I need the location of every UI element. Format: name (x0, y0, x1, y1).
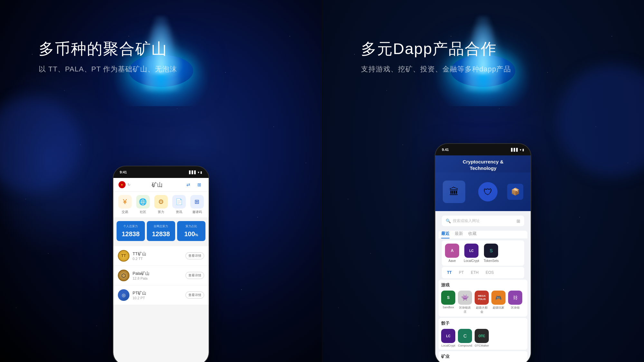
tokensets-icon: S (484, 244, 498, 258)
dapp-header: Cryptocurrency &Technology 🏛 🛡 📦 (435, 155, 531, 211)
right-sub-title: 支持游戏、挖矿、投资、金融等多种dapp产品 (361, 64, 606, 74)
aave-item[interactable]: A Aave (445, 244, 459, 263)
tab-recent[interactable]: 最近 (441, 231, 450, 238)
mining-navbar: ★ ↻ 矿山 ⇄ ⊞ (113, 178, 209, 192)
banner-box: 📦 (507, 184, 523, 200)
pala-mine-item: ⬡ Pala矿山 12.8 Pala 查看详情 (113, 266, 209, 285)
chainlink-label: 区块链 (511, 306, 520, 310)
compound-label: Compound (458, 344, 472, 347)
aave-label: Aave (449, 259, 456, 263)
sandbox-item[interactable]: S Sandbox (441, 291, 455, 314)
dapp-title-bar: Cryptocurrency &Technology (435, 155, 531, 172)
local-crypt-dice-label: LocalCrypt (441, 344, 455, 347)
right-status-bar: 9.41 ▋▋▋ ▾ ▮ (435, 144, 531, 155)
news-label: 资讯 (176, 210, 182, 214)
chainlink-item[interactable]: ⛓ 区块链 (508, 291, 522, 314)
left-main-title: 多币种的聚合矿山 (39, 39, 283, 59)
hashrate-ratio-label: 算力占比 (185, 224, 197, 228)
search-icon: 🔍 (446, 218, 451, 223)
banner-figure: 🏛 (443, 181, 465, 203)
dice-section-wrapper: 骰子 LC LocalCrypt C (435, 317, 531, 350)
trade-label: 交易 (122, 210, 128, 214)
mining-industry-title: 矿业 (441, 354, 525, 359)
chain-tab-eth[interactable]: ETH (469, 269, 480, 276)
signal-icon: ▋▋▋ (189, 171, 197, 174)
tokensets-item[interactable]: S TokenSets (484, 244, 499, 263)
megapolis-item[interactable]: MEGAPOLIS 超级大都会 (475, 291, 489, 314)
right-notch (467, 144, 499, 151)
chain-tab-pt[interactable]: PT (457, 269, 466, 276)
flag-icon: ★ (118, 181, 126, 188)
mining-nav-title: 矿山 (152, 181, 163, 189)
localcrypt-item[interactable]: LC LocalCrypt (464, 244, 479, 263)
pt-mine-info: PT矿山 10.2 PT (133, 290, 185, 300)
tt-details-button[interactable]: 查看详情 (185, 252, 204, 259)
localcrypt-label: LocalCrypt (464, 259, 479, 263)
quick-item-trade[interactable]: ¥ 交易 (118, 195, 132, 214)
left-time: 9:41 (120, 170, 127, 174)
community-icon: 🌐 (136, 195, 150, 209)
compound-icon: C (458, 329, 472, 343)
right-phone: 9.41 ▋▋▋ ▾ ▮ Cryptocurrency &Technology … (435, 143, 531, 362)
r-battery-icon: ▮ (522, 148, 524, 152)
sandbox-icon: S (441, 291, 455, 305)
refresh-icon[interactable]: ↻ (128, 183, 130, 187)
banner-shield: 🛡 (478, 182, 497, 201)
transfer-icon[interactable]: ⇄ (184, 181, 193, 189)
dapp-screen: Cryptocurrency &Technology 🏛 🛡 📦 🔍 搜索或 (435, 155, 531, 362)
news-icon: 📄 (172, 195, 186, 209)
games-section-wrapper: 游戏 S Sandbox 👾 (435, 278, 531, 317)
chain-tabs-wrapper: TT PT ETH EOS (435, 267, 531, 278)
hashrate-icon: ⚙ (154, 195, 168, 209)
main-tabs: 最近 最新 收藏 (439, 231, 527, 238)
chainlink-icon: ⛓ (508, 291, 522, 305)
right-content: 多元Dapp产品合作 支持游戏、挖矿、投资、金融等多种dapp产品 (322, 0, 644, 74)
search-placeholder[interactable]: 搜索或输入网址 (453, 218, 515, 224)
dapp-search-bar[interactable]: 🔍 搜索或输入网址 ⊞ (442, 216, 524, 226)
otcmaker-label: OTCMaker (475, 344, 489, 347)
mining-screen: ★ ↻ 矿山 ⇄ ⊞ ¥ 交易 (113, 178, 209, 362)
personal-hashrate-label: 个人总算力 (123, 224, 138, 228)
chain-tab-eos[interactable]: EOS (484, 269, 496, 276)
otcmaker-icon: OTC (475, 329, 489, 343)
stats-section: 个人总算力 12838 全网总算力 12838 算力占比 100% (113, 218, 209, 244)
expand-icon[interactable]: ⊞ (516, 218, 520, 224)
games-icons-row: S Sandbox 👾 区块链农庄 (441, 291, 525, 314)
supergame-item[interactable]: 🎮 超级玩家 (491, 291, 506, 314)
aave-icon: A (445, 244, 459, 258)
tab-favorites[interactable]: 收藏 (468, 231, 477, 238)
supergame-icon: 🎮 (491, 291, 506, 305)
localcrypt-icon: LC (464, 244, 478, 258)
pala-details-button[interactable]: 查看详情 (185, 272, 204, 279)
tabs-wrapper: 最近 最新 收藏 (435, 231, 531, 238)
quick-item-invite[interactable]: ⊞ 邀请码 (190, 195, 204, 214)
personal-hashrate-value: 12838 (122, 230, 140, 238)
local-crypt-dice-item[interactable]: LC LocalCrypt (441, 329, 455, 347)
battery-icon: ▮ (200, 171, 202, 174)
tt-mine-info: TT矿山 0.2 TT (133, 251, 185, 261)
invite-icon: ⊞ (190, 195, 204, 209)
left-notch (145, 166, 177, 173)
pt-details-button[interactable]: 查看详情 (185, 292, 204, 299)
mining-section-wrapper: 矿业 (435, 350, 531, 362)
r-wifi-icon: ▾ (520, 148, 521, 152)
compound-item[interactable]: C Compound (458, 329, 472, 347)
sandbox-label: Sandbox (442, 306, 454, 309)
quick-item-news[interactable]: 📄 资讯 (172, 195, 186, 214)
scan-icon[interactable]: ⊞ (195, 181, 204, 189)
blockchain-farm-item[interactable]: 👾 区块链农庄 (458, 291, 472, 314)
mine-list: TT TT矿山 0.2 TT 查看详情 (113, 246, 209, 305)
chain-tab-tt[interactable]: TT (445, 269, 454, 276)
right-time: 9.41 (442, 148, 449, 152)
search-wrapper: 🔍 搜索或输入网址 ⊞ (435, 211, 531, 231)
tt-logo: TT (118, 250, 129, 262)
pala-mine-amount: 12.8 Pala (133, 276, 185, 280)
blockchain-farm-icon: 👾 (458, 291, 472, 305)
network-hashrate-value: 12838 (152, 230, 170, 238)
left-phone: 9:41 ▋▋▋ ▾ ▮ ★ ↻ 矿山 (113, 166, 209, 362)
quick-item-hashrate[interactable]: ⚙ 算力 (154, 195, 168, 214)
otcmaker-item[interactable]: OTC OTCMaker (475, 329, 489, 347)
quick-item-community[interactable]: 🌐 社区 (136, 195, 150, 214)
tab-latest[interactable]: 最新 (455, 231, 463, 238)
invite-label: 邀请码 (192, 210, 202, 214)
